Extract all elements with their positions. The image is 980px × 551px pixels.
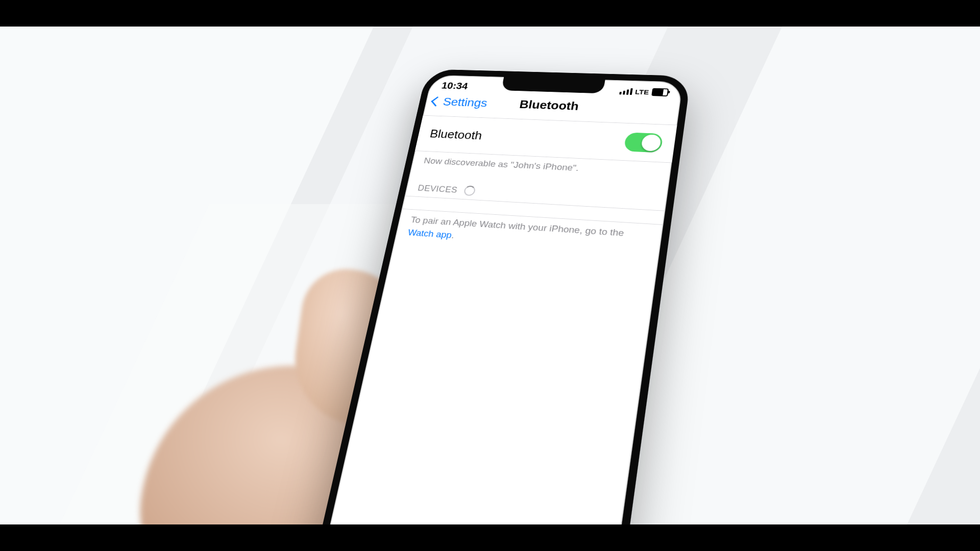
letterbox-bar [0, 524, 980, 551]
chevron-left-icon [431, 96, 442, 107]
status-time: 10:34 [440, 80, 469, 92]
signal-icon [619, 88, 633, 94]
bluetooth-toggle[interactable] [624, 132, 664, 153]
letterbox-bar [0, 0, 980, 27]
back-label: Settings [442, 95, 488, 110]
spinner-icon [463, 186, 476, 196]
battery-icon [651, 88, 669, 96]
devices-header: DEVICES [417, 183, 458, 195]
watch-app-link[interactable]: Watch app [407, 227, 452, 240]
bluetooth-label: Bluetooth [429, 127, 483, 142]
back-button[interactable]: Settings [431, 95, 488, 110]
network-label: LTE [634, 88, 649, 95]
pairing-hint: To pair an Apple Watch with your iPhone,… [395, 209, 664, 260]
